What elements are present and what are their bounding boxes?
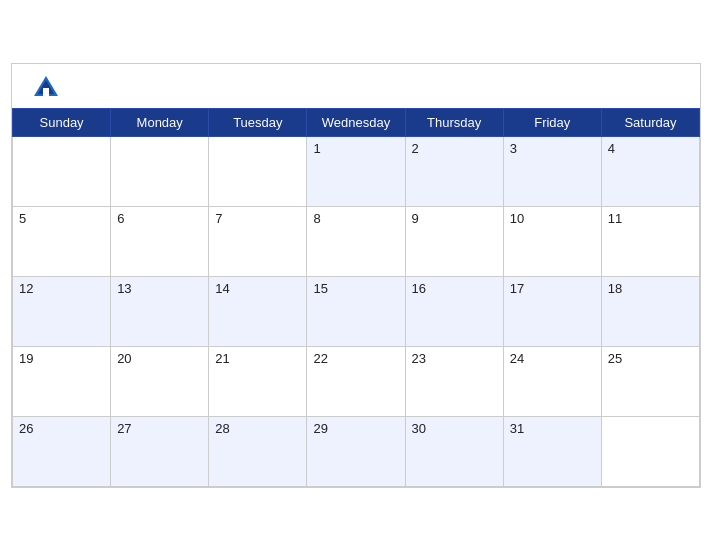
day-number-27: 27 xyxy=(117,421,131,436)
day-number-18: 18 xyxy=(608,281,622,296)
empty-cell xyxy=(111,136,209,206)
weekday-saturday: Saturday xyxy=(601,108,699,136)
day-cell-19: 19 xyxy=(13,346,111,416)
day-cell-3: 3 xyxy=(503,136,601,206)
day-cell-7: 7 xyxy=(209,206,307,276)
weekday-monday: Monday xyxy=(111,108,209,136)
day-number-19: 19 xyxy=(19,351,33,366)
day-number-12: 12 xyxy=(19,281,33,296)
day-cell-29: 29 xyxy=(307,416,405,486)
day-cell-9: 9 xyxy=(405,206,503,276)
day-number-25: 25 xyxy=(608,351,622,366)
day-cell-6: 6 xyxy=(111,206,209,276)
week-row-4: 19202122232425 xyxy=(13,346,700,416)
weekday-sunday: Sunday xyxy=(13,108,111,136)
day-cell-18: 18 xyxy=(601,276,699,346)
day-cell-8: 8 xyxy=(307,206,405,276)
day-number-28: 28 xyxy=(215,421,229,436)
day-number-1: 1 xyxy=(313,141,320,156)
logo-icon xyxy=(32,74,60,102)
day-number-23: 23 xyxy=(412,351,426,366)
day-cell-21: 21 xyxy=(209,346,307,416)
day-number-17: 17 xyxy=(510,281,524,296)
day-number-7: 7 xyxy=(215,211,222,226)
day-cell-17: 17 xyxy=(503,276,601,346)
day-cell-25: 25 xyxy=(601,346,699,416)
day-cell-20: 20 xyxy=(111,346,209,416)
weekday-wednesday: Wednesday xyxy=(307,108,405,136)
weekday-header-row: SundayMondayTuesdayWednesdayThursdayFrid… xyxy=(13,108,700,136)
day-cell-31: 31 xyxy=(503,416,601,486)
day-number-26: 26 xyxy=(19,421,33,436)
empty-cell xyxy=(601,416,699,486)
day-cell-14: 14 xyxy=(209,276,307,346)
day-number-14: 14 xyxy=(215,281,229,296)
day-number-3: 3 xyxy=(510,141,517,156)
day-cell-12: 12 xyxy=(13,276,111,346)
day-number-30: 30 xyxy=(412,421,426,436)
day-cell-10: 10 xyxy=(503,206,601,276)
day-number-8: 8 xyxy=(313,211,320,226)
day-cell-13: 13 xyxy=(111,276,209,346)
day-cell-23: 23 xyxy=(405,346,503,416)
day-cell-16: 16 xyxy=(405,276,503,346)
day-number-15: 15 xyxy=(313,281,327,296)
day-cell-24: 24 xyxy=(503,346,601,416)
logo xyxy=(32,74,64,102)
week-row-2: 567891011 xyxy=(13,206,700,276)
day-cell-30: 30 xyxy=(405,416,503,486)
calendar-header xyxy=(12,64,700,108)
day-number-9: 9 xyxy=(412,211,419,226)
day-number-24: 24 xyxy=(510,351,524,366)
day-number-22: 22 xyxy=(313,351,327,366)
day-number-29: 29 xyxy=(313,421,327,436)
day-cell-1: 1 xyxy=(307,136,405,206)
svg-rect-2 xyxy=(43,88,49,96)
day-cell-28: 28 xyxy=(209,416,307,486)
day-number-16: 16 xyxy=(412,281,426,296)
day-cell-4: 4 xyxy=(601,136,699,206)
day-cell-27: 27 xyxy=(111,416,209,486)
day-cell-11: 11 xyxy=(601,206,699,276)
week-row-3: 12131415161718 xyxy=(13,276,700,346)
day-number-6: 6 xyxy=(117,211,124,226)
calendar-table: SundayMondayTuesdayWednesdayThursdayFrid… xyxy=(12,108,700,487)
day-number-2: 2 xyxy=(412,141,419,156)
day-number-21: 21 xyxy=(215,351,229,366)
weekday-thursday: Thursday xyxy=(405,108,503,136)
calendar: SundayMondayTuesdayWednesdayThursdayFrid… xyxy=(11,63,701,488)
day-number-4: 4 xyxy=(608,141,615,156)
weekday-friday: Friday xyxy=(503,108,601,136)
day-cell-5: 5 xyxy=(13,206,111,276)
empty-cell xyxy=(13,136,111,206)
day-number-10: 10 xyxy=(510,211,524,226)
day-number-5: 5 xyxy=(19,211,26,226)
empty-cell xyxy=(209,136,307,206)
weekday-tuesday: Tuesday xyxy=(209,108,307,136)
week-row-1: 1234 xyxy=(13,136,700,206)
day-number-20: 20 xyxy=(117,351,131,366)
day-cell-2: 2 xyxy=(405,136,503,206)
day-cell-15: 15 xyxy=(307,276,405,346)
week-row-5: 262728293031 xyxy=(13,416,700,486)
day-cell-22: 22 xyxy=(307,346,405,416)
day-number-11: 11 xyxy=(608,211,622,226)
day-number-31: 31 xyxy=(510,421,524,436)
day-cell-26: 26 xyxy=(13,416,111,486)
day-number-13: 13 xyxy=(117,281,131,296)
